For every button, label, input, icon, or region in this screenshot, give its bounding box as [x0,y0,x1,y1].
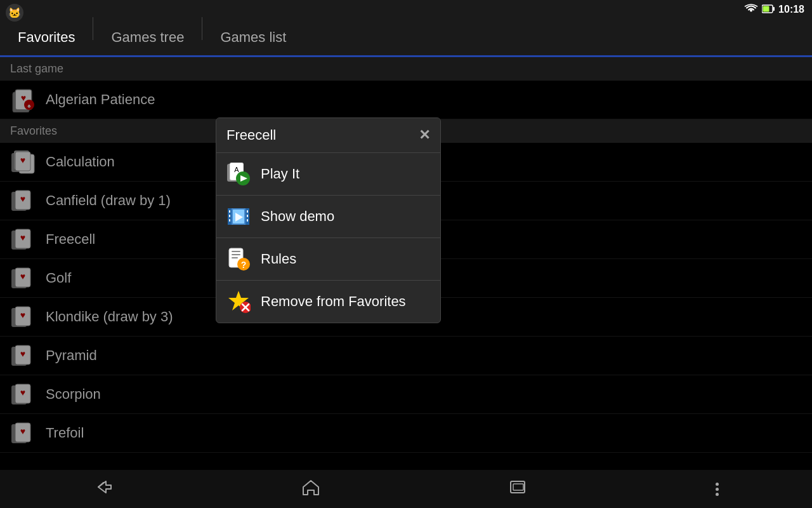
clock: 10:18 [778,4,804,15]
svg-rect-48 [229,219,230,222]
svg-text:?: ? [241,260,247,270]
menu-item-play-it-label: Play It [261,166,299,182]
context-menu: Freecell ✕ A Play It [216,117,441,323]
svg-rect-50 [247,215,248,217]
back-button[interactable] [93,479,114,499]
context-menu-title: Freecell [226,127,276,144]
svg-text:A: A [234,166,239,173]
battery-icon [762,4,775,15]
play-it-icon: A [226,162,251,186]
wifi-icon [744,4,758,16]
svg-rect-46 [229,210,230,213]
svg-rect-51 [247,219,248,222]
svg-rect-4 [763,6,769,11]
status-bar: 10:18 [744,0,812,19]
svg-rect-49 [247,210,248,213]
rules-icon: ? [226,247,251,271]
context-menu-close-button[interactable]: ✕ [419,127,430,144]
menu-item-remove-favorites[interactable]: Remove from Favorites [216,280,440,323]
tab-bar: Favorites Games tree Games list [0,0,812,57]
svg-rect-65 [513,484,523,490]
context-menu-header: Freecell ✕ [216,118,440,152]
tab-games-list[interactable]: Games list [202,19,304,57]
svg-rect-3 [773,7,775,11]
svg-text:🐱: 🐱 [8,7,21,19]
tab-games-tree[interactable]: Games tree [93,19,202,57]
svg-rect-57 [232,257,238,258]
app-icon: 🐱 [5,3,24,22]
svg-rect-47 [229,215,230,217]
menu-item-remove-favorites-label: Remove from Favorites [261,293,406,310]
show-demo-icon [226,204,251,229]
menu-item-rules-label: Rules [261,251,296,267]
nav-bar [0,470,812,508]
tab-favorites[interactable]: Favorites [0,19,93,57]
svg-rect-55 [232,251,240,252]
menu-item-play-it[interactable]: A Play It [216,152,440,195]
more-options-button[interactable] [716,483,719,496]
menu-item-show-demo-label: Show demo [261,208,334,225]
remove-favorites-icon [226,290,251,314]
home-button[interactable] [301,478,321,500]
menu-item-show-demo[interactable]: Show demo [216,195,440,237]
menu-item-rules[interactable]: ? Rules [216,237,440,280]
recent-button[interactable] [508,479,528,500]
svg-rect-56 [232,254,240,255]
